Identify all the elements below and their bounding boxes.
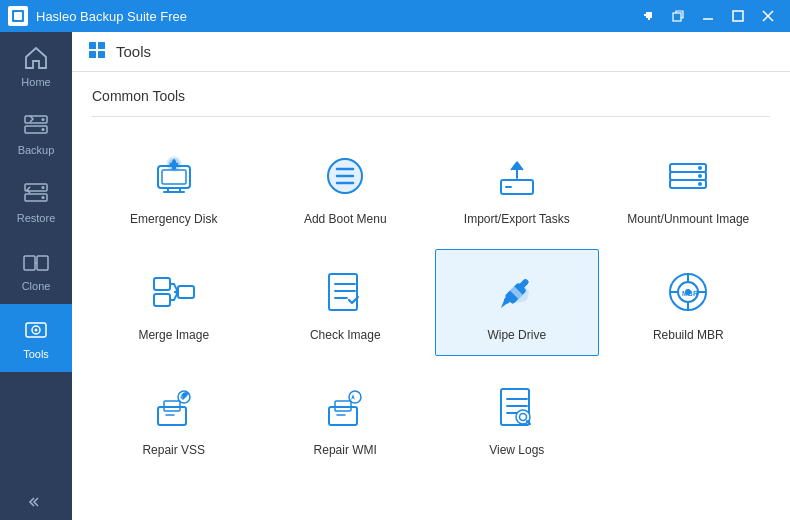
svg-rect-1 [14, 12, 22, 20]
sidebar-item-tools[interactable]: Tools [0, 304, 72, 372]
svg-rect-59 [158, 407, 186, 425]
import-export-icon [491, 150, 543, 202]
add-boot-menu-icon [319, 150, 371, 202]
merge-image-icon [148, 266, 200, 318]
svg-point-9 [42, 118, 45, 121]
svg-rect-2 [673, 13, 681, 21]
window-controls [634, 5, 782, 27]
app-title: Hasleo Backup Suite Free [36, 9, 634, 24]
svg-rect-63 [329, 407, 357, 425]
svg-rect-44 [329, 274, 357, 310]
svg-rect-16 [37, 256, 48, 270]
mount-unmount-icon [662, 150, 714, 202]
import-export-label: Import/Export Tasks [464, 212, 570, 228]
repair-wmi-label: Repair WMI [314, 443, 377, 459]
svg-point-40 [698, 182, 702, 186]
tool-import-export-tasks[interactable]: Import/Export Tasks [435, 133, 599, 241]
merge-image-label: Merge Image [138, 328, 209, 344]
svg-rect-21 [98, 42, 105, 49]
section-divider [92, 116, 770, 117]
section-title: Common Tools [92, 88, 770, 104]
tool-view-logs[interactable]: View Logs [435, 364, 599, 472]
tool-add-boot-menu[interactable]: Add Boot Menu [264, 133, 428, 241]
tool-wipe-drive[interactable]: Wipe Drive [435, 249, 599, 357]
svg-text:MBR: MBR [682, 290, 698, 297]
svg-point-39 [698, 174, 702, 178]
svg-point-10 [42, 128, 45, 131]
header-tools-icon [88, 41, 106, 63]
svg-rect-22 [89, 51, 96, 58]
maximize-button[interactable] [724, 5, 752, 27]
app-icon [8, 6, 28, 26]
rebuild-mbr-label: Rebuild MBR [653, 328, 724, 344]
svg-rect-43 [178, 286, 194, 298]
tool-mount-unmount-image[interactable]: Mount/Unmount Image [607, 133, 771, 241]
tool-emergency-disk[interactable]: Emergency Disk [92, 133, 256, 241]
sidebar-item-home[interactable]: Home [0, 32, 72, 100]
svg-point-14 [42, 196, 45, 199]
sidebar-collapse-button[interactable] [0, 484, 72, 520]
repair-vss-icon [148, 381, 200, 433]
view-logs-icon [491, 381, 543, 433]
svg-point-19 [35, 329, 38, 332]
restore-button[interactable] [664, 5, 692, 27]
check-image-icon [319, 266, 371, 318]
tool-check-image[interactable]: Check Image [264, 249, 428, 357]
tools-content: Common Tools [72, 72, 790, 520]
wipe-drive-icon [491, 266, 543, 318]
tool-repair-vss[interactable]: Repair VSS [92, 364, 256, 472]
svg-rect-41 [154, 278, 170, 290]
emergency-disk-label: Emergency Disk [130, 212, 217, 228]
svg-rect-23 [98, 51, 105, 58]
sidebar: Home Backup Restore [0, 32, 72, 520]
sidebar-item-backup[interactable]: Backup [0, 100, 72, 168]
svg-rect-42 [154, 294, 170, 306]
mount-unmount-label: Mount/Unmount Image [627, 212, 749, 228]
add-boot-menu-label: Add Boot Menu [304, 212, 387, 228]
sidebar-item-restore[interactable]: Restore [0, 168, 72, 236]
tool-repair-wmi[interactable]: Repair WMI [264, 364, 428, 472]
svg-point-38 [698, 166, 702, 170]
rebuild-mbr-icon: MBR [662, 266, 714, 318]
check-image-label: Check Image [310, 328, 381, 344]
svg-rect-25 [162, 170, 186, 184]
svg-rect-20 [89, 42, 96, 49]
tools-grid: Emergency Disk Add Boot Menu [92, 133, 770, 480]
wipe-drive-label: Wipe Drive [487, 328, 546, 344]
titlebar: Hasleo Backup Suite Free [0, 0, 790, 32]
repair-wmi-icon [319, 381, 371, 433]
help-button[interactable] [634, 5, 662, 27]
header-bar: Tools [72, 32, 790, 72]
close-button[interactable] [754, 5, 782, 27]
tool-rebuild-mbr[interactable]: MBR Rebuild MBR [607, 249, 771, 357]
repair-vss-label: Repair VSS [142, 443, 205, 459]
app-layout: Home Backup Restore [0, 32, 790, 520]
header-title: Tools [116, 43, 151, 60]
main-content: Tools Common Tools [72, 32, 790, 520]
minimize-button[interactable] [694, 5, 722, 27]
svg-point-13 [42, 186, 45, 189]
svg-rect-15 [24, 256, 35, 270]
emergency-disk-icon [148, 150, 200, 202]
sidebar-item-clone[interactable]: Clone [0, 236, 72, 304]
svg-rect-4 [733, 11, 743, 21]
tool-merge-image[interactable]: Merge Image [92, 249, 256, 357]
svg-point-66 [349, 391, 361, 403]
view-logs-label: View Logs [489, 443, 544, 459]
